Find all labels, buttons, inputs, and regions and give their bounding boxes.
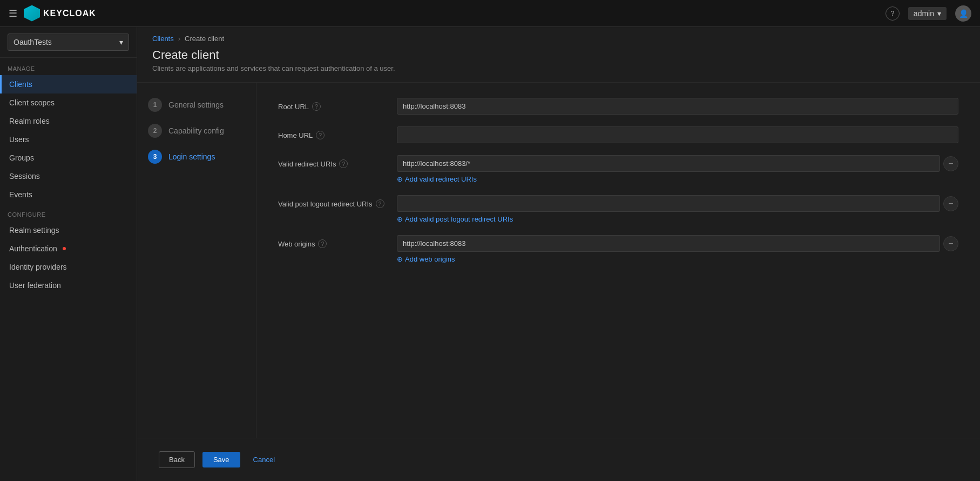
web-origins-label: Web origins [278,240,315,248]
web-origins-control: − ⊕ Add web origins [397,235,958,263]
valid-post-logout-remove-button[interactable]: − [943,196,958,211]
step-3-circle: 3 [148,150,162,164]
home-url-row: Home URL ? [278,126,958,143]
sidebar-item-users[interactable]: Users [0,130,137,149]
sidebar-item-identity-providers[interactable]: Identity providers [0,258,137,276]
sidebar-item-realm-roles[interactable]: Realm roles [0,112,137,130]
form-actions: Back Save Cancel [137,438,980,481]
logo-icon [24,5,40,22]
plus-icon-2: ⊕ [397,215,403,223]
page-description: Clients are applications and services th… [152,64,965,72]
valid-redirect-input[interactable] [397,155,940,172]
valid-redirect-help-icon[interactable]: ? [339,159,348,168]
valid-post-logout-label-col: Valid post logout redirect URIs ? [278,195,397,208]
help-icon[interactable]: ? [886,6,900,21]
web-origins-row: Web origins ? − ⊕ Add web origins [278,235,958,263]
valid-post-logout-input-row: − [397,195,958,212]
sidebar-item-groups[interactable]: Groups [0,149,137,167]
root-url-control [397,98,958,115]
valid-redirect-input-row: − [397,155,958,172]
form-panel: Root URL ? Home URL ? [256,83,980,438]
sidebar-item-label: Client scopes [9,98,55,107]
sidebar-item-label: Identity providers [9,263,67,271]
home-url-input[interactable] [397,126,958,143]
logo-text: KEYCLOAK [43,9,96,18]
sidebar-item-label: Events [9,190,32,199]
breadcrumb-parent[interactable]: Clients [152,35,174,43]
web-origins-input-row: − [397,235,958,252]
step-1-circle: 1 [148,98,162,112]
breadcrumb: Clients › Create client [137,27,980,46]
user-label: admin [914,9,934,18]
add-web-origins-link[interactable]: ⊕ Add web origins [397,255,958,263]
step-3[interactable]: 3 Login settings [148,150,245,164]
main-layout: OauthTests ▾ Manage Clients Client scope… [0,27,980,481]
web-origins-remove-button[interactable]: − [943,236,958,251]
user-dropdown[interactable]: admin ▾ [908,7,947,20]
valid-redirect-row: Valid redirect URIs ? − ⊕ Add valid redi… [278,155,958,183]
valid-redirect-control: − ⊕ Add valid redirect URIs [397,155,958,183]
valid-post-logout-control: − ⊕ Add valid post logout redirect URIs [397,195,958,223]
root-url-help-icon[interactable]: ? [312,102,321,111]
avatar: 👤 [955,5,971,22]
root-url-row: Root URL ? [278,98,958,115]
page-header: Create client Clients are applications a… [137,46,980,82]
sidebar-item-label: Sessions [9,172,40,181]
step-3-label: Login settings [168,152,215,161]
sidebar-item-label: Authentication [9,244,57,253]
sidebar-item-clients[interactable]: Clients [0,75,137,93]
authentication-dot [63,247,66,250]
configure-section-label: Configure [0,204,137,221]
sidebar-item-events[interactable]: Events [0,185,137,204]
root-url-label: Root URL [278,103,309,111]
sidebar-item-label: Users [9,135,29,144]
sidebar-item-sessions[interactable]: Sessions [0,167,137,185]
menu-icon[interactable]: ☰ [9,8,17,19]
valid-post-logout-row: Valid post logout redirect URIs ? − ⊕ Ad… [278,195,958,223]
realm-dropdown[interactable]: OauthTests ▾ [8,34,129,51]
sidebar-item-authentication[interactable]: Authentication [0,239,137,258]
add-valid-post-logout-link[interactable]: ⊕ Add valid post logout redirect URIs [397,215,958,223]
realm-name: OauthTests [13,38,52,46]
web-origins-label-col: Web origins ? [278,235,397,248]
root-url-label-col: Root URL ? [278,98,397,111]
plus-icon-3: ⊕ [397,255,403,263]
add-web-origins-label: Add web origins [405,255,455,263]
realm-chevron-icon: ▾ [119,38,123,46]
valid-post-logout-input[interactable] [397,195,940,212]
sidebar-item-user-federation[interactable]: User federation [0,276,137,295]
cancel-button[interactable]: Cancel [248,452,280,467]
home-url-label-col: Home URL ? [278,126,397,139]
step-1-label: General settings [168,101,224,109]
sidebar-item-realm-settings[interactable]: Realm settings [0,221,137,239]
valid-redirect-remove-button[interactable]: − [943,156,958,171]
valid-post-logout-help-icon[interactable]: ? [376,199,384,208]
content-area: Clients › Create client Create client Cl… [137,27,980,481]
plus-icon: ⊕ [397,175,403,183]
navbar: ☰ KEYCLOAK ? admin ▾ 👤 [0,0,980,27]
navbar-left: ☰ KEYCLOAK [9,5,886,22]
web-origins-help-icon[interactable]: ? [318,239,327,248]
sidebar-item-client-scopes[interactable]: Client scopes [0,93,137,112]
step-2[interactable]: 2 Capability config [148,124,245,138]
user-chevron-icon: ▾ [937,9,941,18]
breadcrumb-current: Create client [185,35,224,43]
back-button[interactable]: Back [159,451,195,468]
add-valid-post-logout-label: Add valid post logout redirect URIs [405,215,513,223]
web-origins-input[interactable] [397,235,940,252]
steps-panel: 1 General settings 2 Capability config 3… [137,83,256,438]
sidebar-item-label: Groups [9,153,34,162]
step-1[interactable]: 1 General settings [148,98,245,112]
step-2-label: Capability config [168,126,224,135]
page-title: Create client [152,48,965,62]
save-button[interactable]: Save [202,452,240,467]
sidebar-item-label: Realm settings [9,226,59,235]
root-url-input[interactable] [397,98,958,115]
steps-form-area: 1 General settings 2 Capability config 3… [137,83,980,438]
home-url-label: Home URL [278,131,313,139]
navbar-right: ? admin ▾ 👤 [886,5,971,22]
sidebar-item-label: Clients [9,80,32,89]
add-valid-redirect-link[interactable]: ⊕ Add valid redirect URIs [397,175,958,183]
sidebar-item-label: User federation [9,281,61,290]
home-url-help-icon[interactable]: ? [316,131,325,139]
